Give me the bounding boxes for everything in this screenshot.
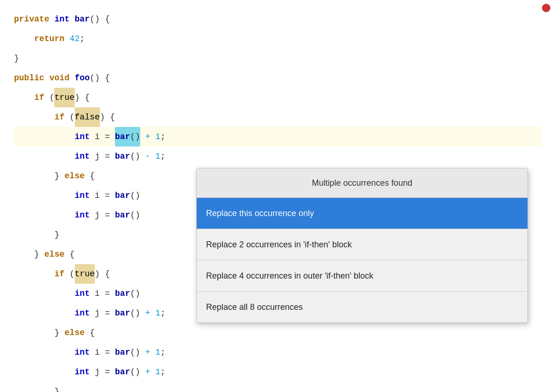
code-line-19: int j = bar () + 1 ;	[14, 362, 542, 382]
keyword-int-7: int	[75, 284, 90, 303]
keyword-int-6: int	[75, 205, 90, 225]
code-line-1: private int bar () {	[14, 9, 542, 29]
code-line-7: int i = bar() + 1 ;	[14, 127, 542, 147]
keyword-void: void	[50, 68, 70, 88]
keyword-else: else	[64, 166, 85, 186]
value-true: true	[54, 88, 74, 107]
value-false: false	[75, 107, 100, 127]
highlight-bar-call: bar()	[115, 127, 140, 147]
number-42: 42	[70, 29, 80, 49]
keyword-int: int	[54, 9, 69, 29]
fn-foo: foo	[75, 68, 90, 88]
keyword-if-2: if	[54, 107, 64, 127]
keyword-else-3: else	[64, 323, 85, 343]
code-line-18: int i = bar () + 1 ;	[14, 343, 542, 362]
code-line-2: return 42 ;	[14, 29, 542, 49]
dropdown-item-1[interactable]: Replace this occurrence only	[197, 197, 527, 229]
code-line-20: }	[14, 382, 542, 392]
code-line-4: public void foo () {	[14, 68, 542, 88]
keyword-if: if	[34, 88, 44, 107]
code-line-5: if ( true ) {	[14, 88, 542, 107]
keyword-int-8: int	[75, 303, 90, 323]
code-line-8: int j = bar () - 1 ;	[14, 147, 542, 166]
dropdown-header: Multiple occurrences found	[197, 168, 527, 197]
keyword-else-2: else	[44, 245, 64, 264]
keyword-int-5: int	[75, 186, 90, 205]
code-editor: private int bar () { return 42 ; } publi…	[0, 0, 556, 392]
fn-bar: bar	[75, 9, 90, 29]
keyword-int-3: int	[75, 127, 90, 147]
keyword-public: public	[14, 68, 44, 88]
dropdown-item-4[interactable]: Replace all 8 occurrences	[197, 291, 527, 322]
keyword-if-3: if	[54, 264, 64, 284]
keyword-int-9: int	[75, 343, 90, 362]
keyword-private: private	[14, 9, 50, 29]
keyword-return: return	[34, 29, 64, 49]
occurrence-dropdown: Multiple occurrences found Replace this …	[196, 168, 528, 323]
code-line-6: if ( false ) {	[14, 107, 542, 127]
code-line-3: }	[14, 49, 542, 68]
close-button[interactable]	[542, 4, 550, 12]
dropdown-item-2[interactable]: Replace 2 occurrences in 'if-then' block	[197, 229, 527, 260]
value-true-2: true	[75, 264, 95, 284]
code-line-17: } else {	[14, 323, 542, 343]
keyword-int-4: int	[75, 147, 90, 166]
keyword-int-10: int	[75, 362, 90, 382]
dropdown-item-3[interactable]: Replace 4 occurrences in outer 'if-then'…	[197, 260, 527, 291]
